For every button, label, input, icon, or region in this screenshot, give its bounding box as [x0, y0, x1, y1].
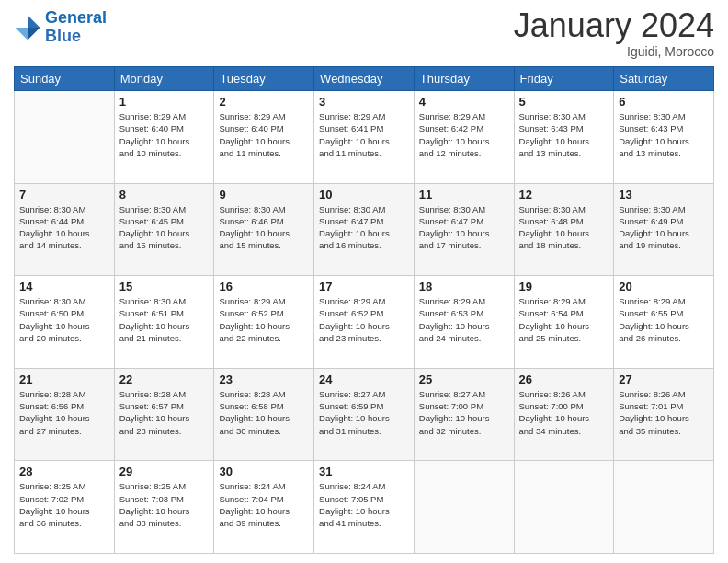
day-info: Sunrise: 8:28 AMSunset: 6:56 PMDaylight:…: [19, 388, 109, 437]
svg-marker-2: [16, 28, 28, 40]
day-number: 20: [619, 280, 709, 293]
day-info: Sunrise: 8:24 AMSunset: 7:05 PMDaylight:…: [319, 480, 409, 529]
day-number: 26: [519, 373, 609, 386]
calendar-cell: [414, 461, 514, 554]
logo-line1: General: [45, 8, 107, 27]
calendar-cell: 28Sunrise: 8:25 AMSunset: 7:02 PMDayligh…: [15, 461, 115, 554]
calendar-cell: 19Sunrise: 8:29 AMSunset: 6:54 PMDayligh…: [514, 276, 614, 369]
calendar-cell: 14Sunrise: 8:30 AMSunset: 6:50 PMDayligh…: [15, 276, 115, 369]
col-header-saturday: Saturday: [614, 67, 714, 91]
day-info: Sunrise: 8:30 AMSunset: 6:48 PMDaylight:…: [519, 203, 609, 252]
day-info: Sunrise: 8:29 AMSunset: 6:53 PMDaylight:…: [419, 295, 509, 344]
calendar-cell: [614, 461, 714, 554]
calendar-cell: 10Sunrise: 8:30 AMSunset: 6:47 PMDayligh…: [314, 183, 415, 276]
day-number: 9: [219, 188, 309, 201]
logo-line2: Blue: [45, 27, 81, 45]
day-info: Sunrise: 8:30 AMSunset: 6:47 PMDaylight:…: [419, 203, 509, 252]
col-header-thursday: Thursday: [414, 67, 514, 91]
day-info: Sunrise: 8:29 AMSunset: 6:52 PMDaylight:…: [219, 295, 309, 344]
day-number: 14: [19, 280, 109, 293]
calendar-cell: 2Sunrise: 8:29 AMSunset: 6:40 PMDaylight…: [214, 91, 314, 184]
day-info: Sunrise: 8:30 AMSunset: 6:51 PMDaylight:…: [119, 295, 210, 344]
logo-icon: [14, 14, 41, 41]
day-number: 21: [19, 373, 109, 386]
calendar-cell: 25Sunrise: 8:27 AMSunset: 7:00 PMDayligh…: [414, 368, 514, 461]
day-info: Sunrise: 8:28 AMSunset: 6:58 PMDaylight:…: [219, 388, 309, 437]
calendar-cell: 7Sunrise: 8:30 AMSunset: 6:44 PMDaylight…: [15, 183, 115, 276]
day-number: 11: [419, 188, 509, 201]
calendar-cell: 12Sunrise: 8:30 AMSunset: 6:48 PMDayligh…: [514, 183, 614, 276]
day-number: 23: [219, 373, 309, 386]
day-info: Sunrise: 8:30 AMSunset: 6:50 PMDaylight:…: [19, 295, 109, 344]
header: General Blue January 2024 Iguidi, Morocc…: [14, 9, 714, 59]
col-header-friday: Friday: [514, 67, 614, 91]
location: Iguidi, Morocco: [514, 44, 714, 59]
day-info: Sunrise: 8:30 AMSunset: 6:46 PMDaylight:…: [219, 203, 309, 252]
day-info: Sunrise: 8:29 AMSunset: 6:54 PMDaylight:…: [519, 295, 609, 344]
calendar-cell: 21Sunrise: 8:28 AMSunset: 6:56 PMDayligh…: [15, 368, 115, 461]
day-info: Sunrise: 8:26 AMSunset: 7:00 PMDaylight:…: [519, 388, 609, 437]
day-info: Sunrise: 8:29 AMSunset: 6:40 PMDaylight:…: [119, 110, 210, 159]
month-title: January 2024: [514, 9, 714, 42]
day-number: 10: [319, 188, 409, 201]
calendar-cell: [514, 461, 614, 554]
calendar-cell: 11Sunrise: 8:30 AMSunset: 6:47 PMDayligh…: [414, 183, 514, 276]
calendar-cell: 16Sunrise: 8:29 AMSunset: 6:52 PMDayligh…: [214, 276, 314, 369]
svg-marker-0: [28, 15, 40, 28]
col-header-tuesday: Tuesday: [214, 67, 314, 91]
day-number: 2: [219, 95, 309, 109]
svg-marker-1: [28, 28, 40, 40]
calendar-cell: 3Sunrise: 8:29 AMSunset: 6:41 PMDaylight…: [314, 91, 415, 184]
calendar-cell: 5Sunrise: 8:30 AMSunset: 6:43 PMDaylight…: [514, 91, 614, 184]
day-number: 19: [519, 280, 609, 293]
day-info: Sunrise: 8:29 AMSunset: 6:42 PMDaylight:…: [419, 110, 509, 159]
day-number: 1: [119, 95, 210, 109]
day-number: 27: [619, 373, 709, 386]
day-info: Sunrise: 8:30 AMSunset: 6:43 PMDaylight:…: [619, 110, 709, 159]
day-info: Sunrise: 8:30 AMSunset: 6:47 PMDaylight:…: [319, 203, 409, 252]
calendar-cell: 20Sunrise: 8:29 AMSunset: 6:55 PMDayligh…: [614, 276, 714, 369]
calendar-cell: 15Sunrise: 8:30 AMSunset: 6:51 PMDayligh…: [114, 276, 214, 369]
day-info: Sunrise: 8:25 AMSunset: 7:02 PMDaylight:…: [19, 480, 109, 529]
col-header-wednesday: Wednesday: [314, 67, 415, 91]
day-info: Sunrise: 8:29 AMSunset: 6:41 PMDaylight:…: [319, 110, 409, 159]
day-number: 8: [119, 188, 210, 201]
logo: General Blue: [14, 9, 107, 46]
day-info: Sunrise: 8:29 AMSunset: 6:55 PMDaylight:…: [619, 295, 709, 344]
day-info: Sunrise: 8:30 AMSunset: 6:43 PMDaylight:…: [519, 110, 609, 159]
day-info: Sunrise: 8:30 AMSunset: 6:49 PMDaylight:…: [619, 203, 709, 252]
day-number: 18: [419, 280, 509, 293]
col-header-monday: Monday: [114, 67, 214, 91]
day-number: 12: [519, 188, 609, 201]
calendar-cell: 27Sunrise: 8:26 AMSunset: 7:01 PMDayligh…: [614, 368, 714, 461]
calendar-cell: 13Sunrise: 8:30 AMSunset: 6:49 PMDayligh…: [614, 183, 714, 276]
day-number: 16: [219, 280, 309, 293]
calendar-cell: 1Sunrise: 8:29 AMSunset: 6:40 PMDaylight…: [114, 91, 214, 184]
title-section: January 2024 Iguidi, Morocco: [514, 9, 714, 59]
day-info: Sunrise: 8:24 AMSunset: 7:04 PMDaylight:…: [219, 480, 309, 529]
day-number: 28: [19, 465, 109, 478]
calendar-cell: 9Sunrise: 8:30 AMSunset: 6:46 PMDaylight…: [214, 183, 314, 276]
day-number: 15: [119, 280, 210, 293]
day-number: 5: [519, 95, 609, 109]
day-number: 13: [619, 188, 709, 201]
calendar-cell: 30Sunrise: 8:24 AMSunset: 7:04 PMDayligh…: [214, 461, 314, 554]
calendar-cell: 18Sunrise: 8:29 AMSunset: 6:53 PMDayligh…: [414, 276, 514, 369]
calendar-cell: 23Sunrise: 8:28 AMSunset: 6:58 PMDayligh…: [214, 368, 314, 461]
calendar-cell: 8Sunrise: 8:30 AMSunset: 6:45 PMDaylight…: [114, 183, 214, 276]
calendar-table: SundayMondayTuesdayWednesdayThursdayFrid…: [14, 66, 714, 554]
day-number: 6: [619, 95, 709, 109]
calendar-cell: 6Sunrise: 8:30 AMSunset: 6:43 PMDaylight…: [614, 91, 714, 184]
day-number: 7: [19, 188, 109, 201]
calendar-cell: 4Sunrise: 8:29 AMSunset: 6:42 PMDaylight…: [414, 91, 514, 184]
logo-text: General Blue: [45, 9, 107, 46]
day-info: Sunrise: 8:30 AMSunset: 6:45 PMDaylight:…: [119, 203, 210, 252]
day-number: 22: [119, 373, 210, 386]
day-number: 31: [319, 465, 409, 478]
day-number: 17: [319, 280, 409, 293]
calendar-cell: 22Sunrise: 8:28 AMSunset: 6:57 PMDayligh…: [114, 368, 214, 461]
day-number: 3: [319, 95, 409, 109]
day-number: 25: [419, 373, 509, 386]
day-info: Sunrise: 8:27 AMSunset: 6:59 PMDaylight:…: [319, 388, 409, 437]
day-info: Sunrise: 8:30 AMSunset: 6:44 PMDaylight:…: [19, 203, 109, 252]
